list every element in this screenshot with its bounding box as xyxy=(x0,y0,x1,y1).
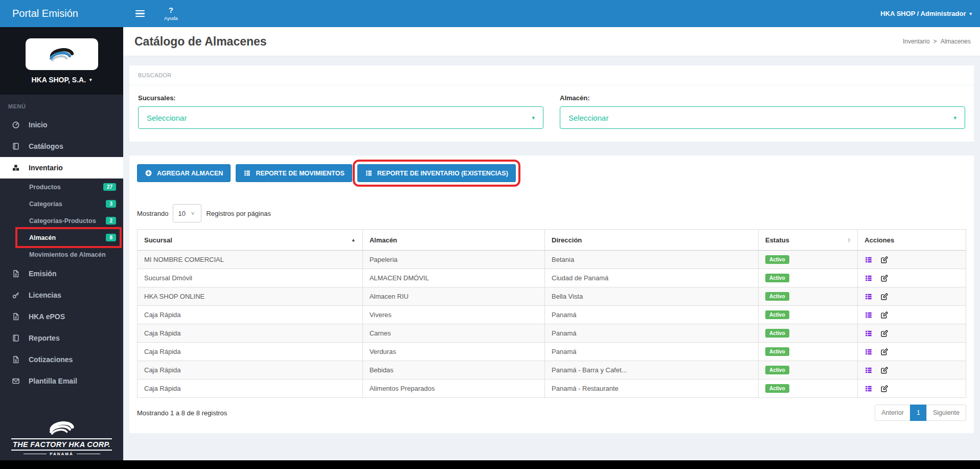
cell-acciones xyxy=(858,306,966,324)
select-dropdown[interactable]: Seleccionar ▾ xyxy=(560,106,965,129)
sidebar-item-movimientos-almacen[interactable]: Movimientos de Almacén xyxy=(0,246,123,263)
cell-sucursal: Caja Rápida xyxy=(138,343,363,361)
sidebar-item-almacen[interactable]: Almacén 8 xyxy=(0,229,123,246)
details-list-button[interactable] xyxy=(864,385,873,393)
sidebar-item-label: Licencias xyxy=(29,291,61,299)
cell-almacen: Papeleria xyxy=(363,251,545,269)
edit-button[interactable] xyxy=(880,256,888,264)
button-label: REPORTE DE MOVIMIENTOS xyxy=(256,170,344,177)
page-size-row: Mostrando 10 ˅ Registros por páginas xyxy=(137,204,966,222)
edit-button[interactable] xyxy=(880,366,888,374)
edit-button[interactable] xyxy=(880,311,888,319)
menu-section-label: MENÚ xyxy=(0,95,123,114)
edit-icon xyxy=(880,311,888,319)
cell-estatus: Activo xyxy=(759,269,858,287)
cell-sucursal: Caja Rápida xyxy=(138,379,363,397)
next-page-button[interactable]: Siguiente xyxy=(926,405,966,421)
cell-almacen: Verduras xyxy=(363,343,545,361)
edit-button[interactable] xyxy=(880,348,888,356)
sidebar-item-icon xyxy=(12,312,22,321)
count-badge: 3 xyxy=(106,200,116,208)
help-button[interactable]: ? Ayuda xyxy=(164,6,178,21)
app-brand: Portal Emisión xyxy=(0,8,123,19)
toolbar-button[interactable]: REPORTE DE INVENTARIO (EXISTENCIAS) xyxy=(357,164,516,182)
column-header-sucursal[interactable]: Sucursal ▲ xyxy=(138,230,363,250)
cell-sucursal: MI NOMBRE COMERCIAL xyxy=(138,251,363,269)
list-icon xyxy=(864,385,873,393)
sidebar-item-hka-epos[interactable]: HKA ePOS xyxy=(0,306,123,327)
menu-toggle-button[interactable] xyxy=(132,7,148,20)
details-list-button[interactable] xyxy=(864,329,873,338)
status-badge: Activo xyxy=(765,366,789,374)
sidebar-item-inicio[interactable]: Inicio xyxy=(0,114,123,136)
cell-sucursal: Caja Rápida xyxy=(138,324,363,342)
sidebar-item-icon xyxy=(12,164,22,172)
breadcrumb-link-inventario[interactable]: Inventario xyxy=(903,38,930,45)
sidebar-item-inventario[interactable]: Inventario xyxy=(0,157,123,178)
sidebar-item-reportes[interactable]: Reportes xyxy=(0,327,123,349)
column-header-estatus[interactable]: Estatus ▲▼ xyxy=(759,230,858,250)
sidebar-item-catalogos[interactable]: Catálogos xyxy=(0,136,123,157)
field-label: Almacén: xyxy=(560,94,965,102)
sidebar-item-categorias[interactable]: Categorías 3 xyxy=(0,195,123,212)
sidebar-item-licencias[interactable]: Licencias xyxy=(0,284,123,306)
sidebar-item-label: HKA ePOS xyxy=(29,312,65,321)
count-badge: 8 xyxy=(106,234,116,241)
details-list-button[interactable] xyxy=(864,348,873,356)
filter-field: Sucursales: Seleccionar ▾ xyxy=(138,94,543,129)
sidebar-item-emision[interactable]: Emisión xyxy=(0,263,123,284)
sidebar-item-label: Categorías xyxy=(29,200,62,208)
details-list-button[interactable] xyxy=(864,293,873,301)
toolbar-button[interactable]: REPORTE DE MOVIMIENTOS xyxy=(236,164,352,182)
page-title: Catálogo de Almacenes xyxy=(134,35,267,49)
details-list-button[interactable] xyxy=(864,311,873,319)
column-header-almacen[interactable]: Almacén xyxy=(363,230,545,250)
user-menu[interactable]: HKA SHOP / Administrador ▾ xyxy=(880,10,972,17)
factory-logo-country: PANAMÁ xyxy=(24,452,100,456)
sidebar-item-label: Inicio xyxy=(29,121,48,129)
sidebar-item-icon xyxy=(12,270,22,278)
edit-icon xyxy=(880,256,888,264)
cell-acciones xyxy=(858,287,966,305)
sidebar-item-productos[interactable]: Productos 27 xyxy=(0,178,123,195)
select-dropdown[interactable]: Seleccionar ▾ xyxy=(138,106,543,129)
list-icon xyxy=(864,256,873,264)
toolbar-button[interactable]: AGREGAR ALMACEN xyxy=(137,164,231,182)
edit-icon xyxy=(880,348,888,356)
sort-both-icon: ▲▼ xyxy=(847,237,851,243)
cell-acciones xyxy=(858,324,966,342)
button-icon xyxy=(243,169,251,177)
company-selector[interactable]: HKA SHOP, S.A. ▾ xyxy=(31,76,92,84)
button-label: REPORTE DE INVENTARIO (EXISTENCIAS) xyxy=(377,170,508,177)
edit-icon xyxy=(880,385,888,393)
app-window: Portal Emisión ? Ayuda HKA SHOP / Admini… xyxy=(0,0,980,469)
page-size-select[interactable]: 10 ˅ xyxy=(173,204,201,222)
details-list-button[interactable] xyxy=(864,274,873,282)
details-list-button[interactable] xyxy=(864,366,873,374)
table-row: MI NOMBRE COMERCIAL Papeleria Betania Ac… xyxy=(138,251,966,269)
breadcrumb: Inventario > Almacenes xyxy=(903,38,971,45)
sidebar-item-icon xyxy=(12,355,22,364)
details-list-button[interactable] xyxy=(864,256,873,264)
page-1-button[interactable]: 1 xyxy=(910,405,927,421)
table-body: MI NOMBRE COMERCIAL Papeleria Betania Ac… xyxy=(138,251,966,397)
cell-direccion: Panamá xyxy=(545,324,759,342)
cell-estatus: Activo xyxy=(759,306,858,324)
selected-value: Seleccionar xyxy=(147,114,187,122)
cell-acciones xyxy=(858,251,966,269)
sidebar-item-cotizaciones[interactable]: Cotizaciones xyxy=(0,349,123,370)
sidebar-item-icon xyxy=(12,377,22,385)
status-badge: Activo xyxy=(765,274,789,282)
sidebar-item-categorias-productos[interactable]: Categorías-Productos 2 xyxy=(0,212,123,229)
column-header-direccion[interactable]: Dirección xyxy=(545,230,759,250)
sidebar-item-label: Reportes xyxy=(29,334,60,342)
prev-page-button[interactable]: Anterior xyxy=(875,405,910,421)
edit-button[interactable] xyxy=(880,274,888,282)
sidebar-item-plantilla-email[interactable]: Plantilla Email xyxy=(0,370,123,392)
status-badge: Activo xyxy=(765,292,789,301)
edit-button[interactable] xyxy=(880,329,888,338)
edit-button[interactable] xyxy=(880,293,888,301)
cell-sucursal: Sucursal Dmóvil xyxy=(138,269,363,287)
breadcrumb-separator: > xyxy=(933,38,937,45)
edit-button[interactable] xyxy=(880,385,888,393)
